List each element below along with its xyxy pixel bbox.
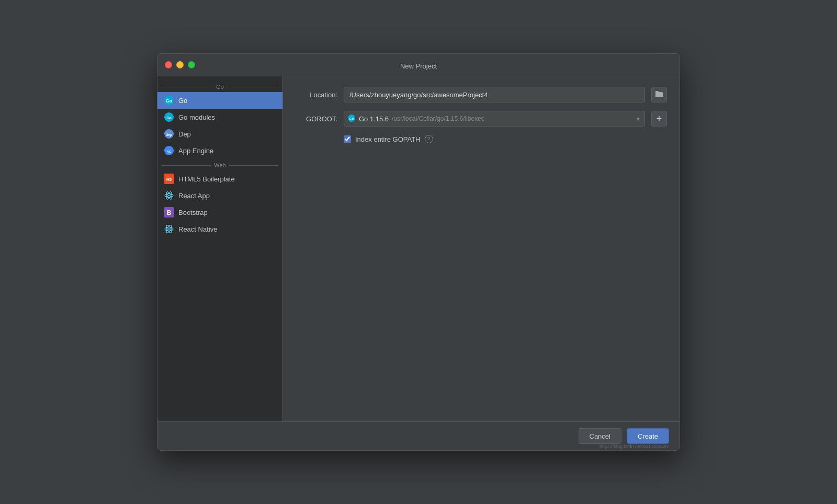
- new-project-dialog: New Project Go Go Go: [157, 53, 680, 451]
- sidebar-item-go[interactable]: Go Go: [157, 92, 282, 109]
- go-modules-icon: Go: [164, 112, 174, 122]
- minimize-button[interactable]: [176, 61, 184, 68]
- dialog-title: New Project: [400, 62, 437, 70]
- bootstrap-icon: B: [164, 207, 174, 217]
- sidebar-item-html5-boilerplate[interactable]: H5 HTML5 Boilerplate: [157, 170, 282, 187]
- traffic-lights: [165, 61, 195, 68]
- goroot-row: GOROOT: Go Go 1.15.6 /usr/local/Cellar/g…: [296, 111, 667, 127]
- goroot-select-wrapper: Go Go 1.15.6 /usr/local/Cellar/go/1.15.6…: [344, 111, 645, 127]
- svg-text:Go: Go: [166, 98, 173, 104]
- help-icon[interactable]: ?: [425, 135, 433, 143]
- sidebar-item-app-engine-label: App Engine: [178, 147, 213, 155]
- dialog-body: Go Go Go Go Go modules: [157, 76, 680, 421]
- folder-icon: [655, 90, 663, 99]
- index-gopath-row: Index entire GOPATH ?: [344, 135, 667, 143]
- add-sdk-button[interactable]: +: [651, 111, 667, 127]
- cancel-button[interactable]: Cancel: [579, 428, 621, 444]
- sidebar-item-app-engine[interactable]: AE App Engine: [157, 142, 282, 159]
- plus-icon: +: [657, 114, 662, 123]
- react-app-icon: [164, 190, 174, 201]
- svg-text:B: B: [167, 209, 172, 216]
- create-button[interactable]: Create: [627, 428, 669, 444]
- svg-text:dep: dep: [166, 133, 172, 137]
- svg-text:H5: H5: [166, 177, 172, 182]
- location-label: Location:: [296, 91, 337, 99]
- app-engine-icon: AE: [164, 145, 174, 156]
- footer-url: https://blog.csdn.net/u011035397: [600, 444, 669, 449]
- sidebar-item-react-app[interactable]: React App: [157, 187, 282, 204]
- sidebar-item-html5-label: HTML5 Boilerplate: [178, 175, 235, 183]
- sidebar-section-go: Go: [157, 81, 282, 92]
- index-gopath-checkbox[interactable]: [344, 135, 351, 143]
- goroot-value: Go 1.15.6: [359, 115, 389, 123]
- title-bar: New Project: [157, 54, 680, 76]
- goroot-gopher-icon: Go: [347, 114, 356, 124]
- sidebar-item-bootstrap-label: Bootstrap: [178, 209, 208, 216]
- location-input[interactable]: [344, 87, 645, 102]
- svg-text:Go: Go: [166, 116, 172, 120]
- sidebar-item-react-native[interactable]: React Native: [157, 221, 282, 237]
- svg-text:AE: AE: [167, 150, 171, 153]
- location-row: Location:: [296, 87, 667, 102]
- html5-icon: H5: [164, 174, 174, 184]
- svg-point-14: [168, 195, 170, 197]
- dialog-footer: Cancel Create https://blog.csdn.net/u011…: [157, 421, 680, 450]
- close-button[interactable]: [165, 61, 172, 68]
- goroot-select-display[interactable]: Go Go 1.15.6 /usr/local/Cellar/go/1.15.6…: [344, 111, 645, 127]
- svg-point-21: [168, 228, 170, 230]
- go-icon: Go: [164, 95, 174, 106]
- sidebar: Go Go Go Go Go modules: [157, 76, 283, 421]
- svg-text:Go: Go: [349, 117, 354, 120]
- sidebar-item-dep[interactable]: dep Dep: [157, 125, 282, 142]
- react-native-icon: [164, 224, 174, 234]
- browse-button[interactable]: [651, 87, 667, 102]
- sidebar-item-go-modules[interactable]: Go Go modules: [157, 109, 282, 125]
- index-gopath-label[interactable]: Index entire GOPATH: [355, 135, 421, 143]
- sidebar-item-bootstrap[interactable]: B Bootstrap: [157, 204, 282, 221]
- sidebar-item-dep-label: Dep: [178, 130, 191, 138]
- content-area: Location: GOROOT:: [283, 76, 680, 421]
- sidebar-item-react-native-label: React Native: [178, 225, 217, 233]
- sidebar-item-go-label: Go: [178, 97, 187, 105]
- dep-icon: dep: [164, 129, 174, 139]
- goroot-path: /usr/local/Cellar/go/1.15.6/libexec: [392, 115, 484, 122]
- sidebar-item-react-app-label: React App: [178, 192, 210, 200]
- sidebar-section-web: Web: [157, 159, 282, 170]
- sidebar-item-go-modules-label: Go modules: [178, 113, 215, 121]
- maximize-button[interactable]: [188, 61, 195, 68]
- goroot-label: GOROOT:: [296, 115, 337, 123]
